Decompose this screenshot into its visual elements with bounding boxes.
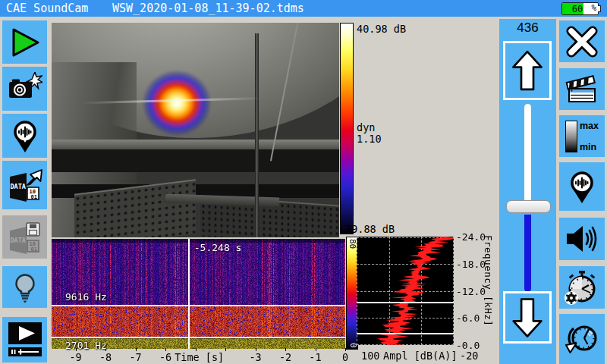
app-title: CAE SoundCam xyxy=(6,2,88,15)
record-locate-button[interactable] xyxy=(2,114,47,158)
frequency-axis-title: Frequency [kHz] xyxy=(483,235,494,349)
svg-text:DATA: DATA xyxy=(10,183,25,190)
dyn-value: 1.10 xyxy=(357,133,382,145)
battery-nub xyxy=(598,5,601,12)
soundcam-app: CAE SoundCam WSW_2020-01-08_11-39-02.tdm… xyxy=(0,0,607,364)
slider-track-upper[interactable] xyxy=(524,104,531,204)
clapperboard-icon xyxy=(565,73,599,106)
data-save-button: DATA 10 01 xyxy=(2,215,47,259)
ampl-axis-title: Ampl [dB(A)] xyxy=(383,350,458,362)
svg-text:01: 01 xyxy=(30,194,36,200)
camera-flash-icon xyxy=(8,72,42,105)
frequency-tick-label: -18.0 xyxy=(456,258,486,269)
spectrogram-band-upper-line[interactable] xyxy=(52,305,345,306)
battery-percent: 60 xyxy=(572,4,583,14)
acoustic-camera-view[interactable] xyxy=(52,23,339,237)
scale-min-label: min xyxy=(580,142,599,152)
slider-handle[interactable] xyxy=(506,200,551,213)
time-tick-label: -2 xyxy=(279,351,291,363)
open-filename: WSW_2020-01-08_11-39-02.tdms xyxy=(112,2,304,15)
time-tick-label: -6 xyxy=(159,351,171,363)
ampl-axis-left: 100 xyxy=(361,350,379,362)
battery-unit: % xyxy=(591,3,596,13)
frame-nav-panel: 436 xyxy=(499,19,556,364)
data-export-icon: DATA 10 01 xyxy=(7,167,43,203)
scale-gradient-icon xyxy=(565,121,577,152)
time-tick-label: -1 xyxy=(309,351,321,363)
locate-pin-icon xyxy=(565,168,599,205)
scene-shelf xyxy=(52,140,339,149)
frequency-tick-label: -12.0 xyxy=(456,285,486,297)
time-tick-label: -9 xyxy=(69,351,81,363)
spectrogram-cursor[interactable] xyxy=(188,239,190,349)
scale-max-min-button[interactable]: max min xyxy=(559,115,605,157)
up-arrow-icon xyxy=(509,48,546,93)
spectrogram-band-lower-line[interactable] xyxy=(52,337,345,338)
title-bar: CAE SoundCam WSW_2020-01-08_11-39-02.tdm… xyxy=(0,0,607,17)
frame-number: 436 xyxy=(499,20,556,36)
time-tick-label: 0 xyxy=(342,351,348,363)
band-lower-label: 2701 Hz xyxy=(65,340,107,351)
frequency-tick-label: -24.0 xyxy=(456,231,486,243)
acoustic-hotspot xyxy=(142,70,212,136)
battery-fill: 60 xyxy=(562,3,583,14)
band-upper-label: 9616 Hz xyxy=(65,291,107,303)
close-x-icon xyxy=(565,24,599,59)
light-button[interactable] xyxy=(2,266,47,308)
spectrum-band-upper-line xyxy=(357,302,454,303)
spectrum-band-lower-line xyxy=(357,333,454,334)
svg-text:DATA: DATA xyxy=(10,237,25,244)
lightbulb-icon xyxy=(8,271,42,304)
scene-pipe xyxy=(255,33,259,237)
audio-output-button[interactable] xyxy=(559,218,605,260)
time-history-icon xyxy=(564,321,600,357)
level-min-label: 39.88 dB xyxy=(345,223,395,235)
frame-slider[interactable] xyxy=(499,104,556,292)
record-locate-icon xyxy=(8,118,42,154)
replay-player-icon xyxy=(8,322,42,358)
video-mode-button[interactable] xyxy=(559,68,605,110)
play-icon xyxy=(8,26,42,59)
spectrogram[interactable]: 9616 Hz 2701 Hz -5.248 s xyxy=(52,239,345,349)
level-max-label: 40.98 dB xyxy=(357,23,406,35)
slider-track-lower[interactable] xyxy=(524,215,531,292)
data-export-button[interactable]: DATA 10 01 xyxy=(2,161,47,209)
ampl-axis-right: -20 xyxy=(460,350,478,362)
scale-max-label: max xyxy=(580,121,599,131)
time-history-button[interactable] xyxy=(559,314,605,364)
frame-down-button[interactable] xyxy=(503,291,552,344)
data-save-icon: DATA 10 01 xyxy=(7,219,43,256)
time-axis-title: Time [s] xyxy=(175,351,224,363)
stopwatch-settings-icon xyxy=(564,269,600,306)
time-tick-label: -8 xyxy=(99,351,112,363)
close-button[interactable] xyxy=(559,20,605,62)
play-button[interactable] xyxy=(2,20,47,64)
dyn-label: dyn xyxy=(357,121,375,133)
measurement-settings-button[interactable] xyxy=(559,266,605,309)
level-colorbar xyxy=(340,23,354,234)
cursor-time-label: -5.248 s xyxy=(194,242,242,253)
battery-indicator: 60 % xyxy=(561,2,599,15)
locate-source-button[interactable] xyxy=(559,162,605,211)
snapshot-button[interactable] xyxy=(2,67,47,111)
spectrum-trace xyxy=(357,237,454,345)
frame-up-button[interactable] xyxy=(503,41,552,100)
scene-shadow xyxy=(52,149,339,172)
svg-text:01: 01 xyxy=(30,246,36,252)
frequency-tick-label: -6.0 xyxy=(456,312,480,324)
down-arrow-icon xyxy=(509,297,546,339)
time-tick-label: -7 xyxy=(129,351,141,363)
spectrum-plot xyxy=(357,237,454,345)
speaker-icon xyxy=(565,222,599,256)
time-tick-label: -3 xyxy=(249,351,261,363)
replay-player-button[interactable] xyxy=(2,317,47,362)
